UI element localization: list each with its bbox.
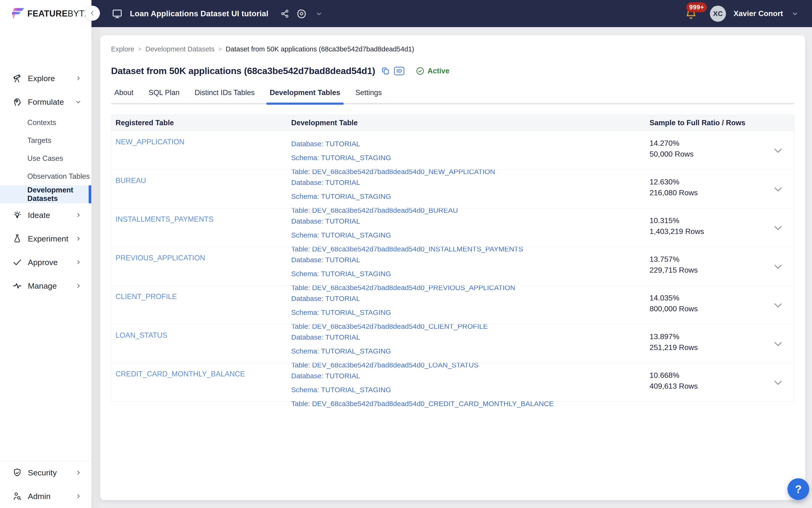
row-count: 50,000 Rows [649,149,794,160]
sidebar-item-label: Manage [28,281,57,291]
sidebar-item-targets[interactable]: Targets [0,132,91,150]
registered-table-link[interactable]: LOAN_STATUS [116,331,167,339]
sidebar-subitem-label: Development Datasets [27,186,91,203]
schema-line: Schema: TUTORIAL_STAGING [291,189,645,203]
tab-sql-plan[interactable]: SQL Plan [145,88,183,103]
schema-line: Schema: TUTORIAL_STAGING [291,228,645,242]
registered-table-link[interactable]: INSTALLMENTS_PAYMENTS [116,215,213,223]
table-row: PREVIOUS_APPLICATION Database: TUTORIAL … [111,247,794,286]
tab-label: Development Tables [270,88,340,97]
breadcrumb-development-datasets[interactable]: Development Datasets [145,45,215,53]
pulse-icon [12,281,22,291]
schema-line: Schema: TUTORIAL_STAGING [291,383,645,397]
lightbulb-icon [12,210,22,220]
column-header-sample-ratio: Sample to Full Ratio / Rows [645,119,794,127]
user-name[interactable]: Xavier Conort [733,9,783,18]
status-text: Active [427,67,449,75]
sample-ratio: 14.270% [649,138,794,149]
row-expand-chevron[interactable] [773,225,783,231]
sidebar-item-explore[interactable]: Explore [0,67,91,90]
head-gear-icon [12,97,22,107]
tab-about[interactable]: About [111,88,137,103]
tab-distinct-ids-tables[interactable]: Distinct IDs Tables [191,88,258,103]
registered-table-link[interactable]: CLIENT_PROFILE [116,292,177,301]
registered-table-link[interactable]: NEW_APPLICATION [116,138,184,146]
sidebar-spacer [0,298,91,461]
database-line: Database: TUTORIAL [291,330,645,344]
copy-id-button[interactable]: ID [394,67,404,75]
row-expand-chevron[interactable] [773,380,783,386]
development-table-cell: Database: TUTORIAL Schema: TUTORIAL_STAG… [287,363,645,411]
breadcrumb-separator: > [218,45,222,53]
database-line: Database: TUTORIAL [291,175,645,189]
sidebar-item-experiment[interactable]: Experiment [0,227,91,250]
row-count: 216,080 Rows [649,187,794,198]
row-count: 409,613 Rows [649,381,794,391]
help-button[interactable]: ? [787,478,809,500]
avatar[interactable]: XC [710,6,726,22]
tab-settings[interactable]: Settings [352,88,385,103]
sidebar-item-approve[interactable]: Approve [0,250,91,274]
user-menu-chevron-down-icon[interactable] [792,10,799,17]
page-card: Explore > Development Datasets > Dataset… [100,35,805,500]
row-expand-chevron[interactable] [773,186,783,193]
active-indicator [89,185,91,203]
workspace-switcher[interactable]: Loan Applications Dataset UI tutorial [111,8,268,19]
sidebar: FEATUREBYTE Explore [0,0,91,508]
database-line: Database: TUTORIAL [291,369,645,383]
brand-logo[interactable]: FEATUREBYTE [0,0,91,27]
registered-table-link[interactable]: BUREAU [116,176,146,185]
sidebar-item-observation-tables[interactable]: Observation Tables [0,167,91,185]
sidebar-subitem-label: Targets [27,136,51,145]
workspace-title: Loan Applications Dataset UI tutorial [130,9,268,18]
check-icon [12,257,22,267]
workspace-chevron-down-icon[interactable] [315,10,322,17]
row-expand-chevron[interactable] [773,147,783,154]
notification-count-badge: 999+ [686,2,707,12]
row-count: 229,715 Rows [649,265,794,276]
sidebar-item-development-datasets[interactable]: Development Datasets [0,185,91,203]
row-expand-chevron[interactable] [773,264,783,270]
row-expand-chevron[interactable] [773,341,783,347]
sidebar-subitem-label: Contexts [27,118,56,127]
table-row: LOAN_STATUS Database: TUTORIAL Schema: T… [111,324,794,363]
chevron-right-icon [75,236,81,242]
database-line: Database: TUTORIAL [291,292,645,305]
sidebar-item-admin[interactable]: Admin [0,484,91,508]
sidebar-collapse-button[interactable] [85,6,100,21]
breadcrumb: Explore > Development Datasets > Dataset… [111,45,794,53]
column-header-development-table: Development Table [287,119,645,127]
breadcrumb-separator: > [138,45,141,53]
copy-name-button[interactable] [381,66,390,76]
tab-development-tables[interactable]: Development Tables [266,88,344,103]
database-line: Database: TUTORIAL [291,253,645,267]
notifications-button[interactable]: 999+ [684,4,701,23]
sidebar-item-ideate[interactable]: Ideate [0,203,91,227]
sidebar-subitem-label: Use Cases [27,154,63,163]
sidebar-item-use-cases[interactable]: Use Cases [0,150,91,167]
development-tables-table: Registered Table Development Table Sampl… [111,115,794,402]
sidebar-item-contexts[interactable]: Contexts [0,114,91,132]
sidebar-item-label: Explore [28,74,55,83]
telescope-icon [12,73,22,83]
registered-table-link[interactable]: CREDIT_CARD_MONTHLY_BALANCE [116,370,245,378]
sample-ratio: 13.757% [649,254,794,265]
sidebar-item-security[interactable]: Security [0,461,91,484]
main-content: Explore > Development Datasets > Dataset… [92,27,812,508]
sidebar-item-formulate[interactable]: Formulate [0,90,91,114]
row-expand-chevron[interactable] [773,302,783,308]
sample-ratio: 14.035% [649,292,794,303]
settings-button[interactable] [297,9,307,18]
sample-ratio: 12.630% [649,176,794,187]
chevron-right-icon [75,283,81,289]
table-line: Table: DEV_68ca3be542d7bad8dead54d0_CRED… [291,397,645,411]
breadcrumb-explore[interactable]: Explore [111,45,134,53]
table-row: BUREAU Database: TUTORIAL Schema: TUTORI… [111,170,794,208]
schema-line: Schema: TUTORIAL_STAGING [291,267,645,281]
sidebar-subitem-label: Observation Tables [27,172,90,181]
registered-table-link[interactable]: PREVIOUS_APPLICATION [116,254,205,262]
sidebar-item-manage[interactable]: Manage [0,274,91,298]
title-row: Dataset from 50K applications (68ca3be54… [111,66,794,76]
share-button[interactable] [280,9,289,18]
sample-ratio: 10.315% [649,215,794,226]
